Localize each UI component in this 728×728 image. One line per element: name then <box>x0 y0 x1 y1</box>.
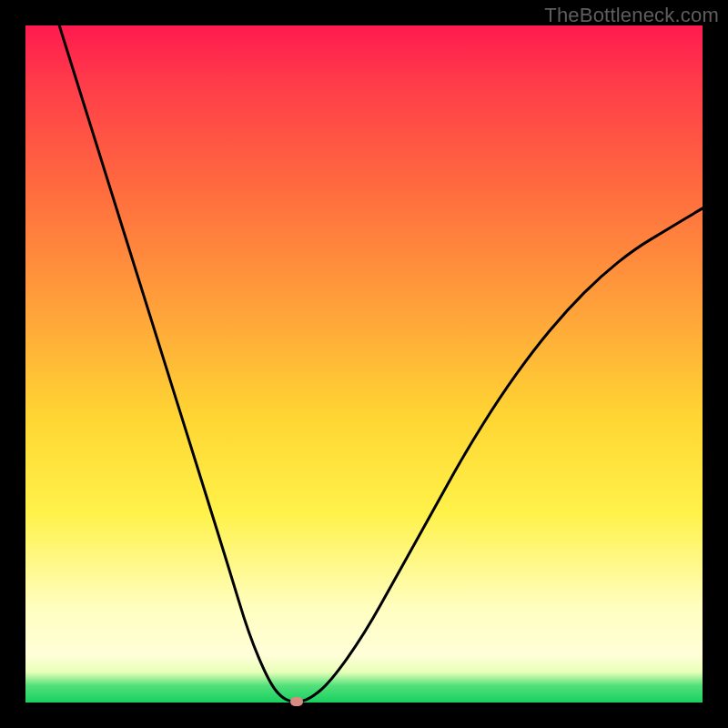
plot-area <box>25 25 703 703</box>
watermark-text: TheBottleneck.com <box>544 4 719 27</box>
bottleneck-curve <box>25 25 703 703</box>
chart-frame: TheBottleneck.com <box>0 0 728 728</box>
minimum-marker <box>290 697 303 706</box>
